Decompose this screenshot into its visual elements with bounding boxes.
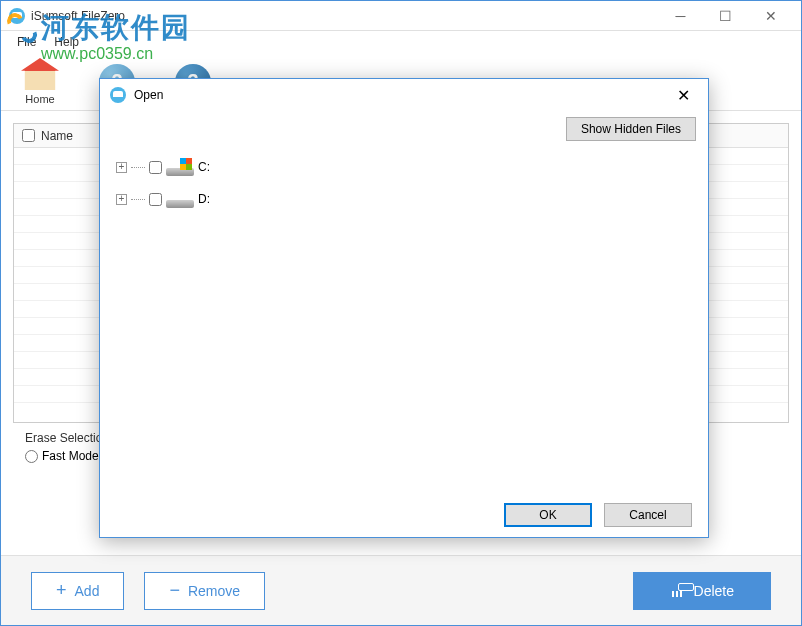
dialog-body: + C: + D: [100, 147, 708, 493]
dialog-toolbar: Show Hidden Files [100, 111, 708, 147]
plus-icon [56, 580, 67, 601]
tree-item-c[interactable]: + C: [116, 155, 692, 179]
drive-icon [166, 158, 194, 176]
select-all-checkbox[interactable] [22, 129, 35, 142]
home-label: Home [25, 93, 54, 105]
cancel-button[interactable]: Cancel [604, 503, 692, 527]
delete-button-label: Delete [694, 583, 734, 599]
menubar: File Help [1, 31, 801, 53]
add-button-label: Add [75, 583, 100, 599]
fast-mode-label: Fast Mode [42, 449, 99, 463]
drive-checkbox[interactable] [149, 193, 162, 206]
titlebar: iSumsoft FileZero ─ ☐ ✕ [1, 1, 801, 31]
home-step[interactable]: Home [21, 58, 59, 105]
tree-connector [131, 199, 145, 200]
bottom-actions: Add Remove Delete [1, 555, 801, 625]
window-title: iSumsoft FileZero [31, 9, 658, 23]
minimize-button[interactable]: ─ [658, 2, 703, 30]
home-icon [21, 58, 59, 90]
remove-button-label: Remove [188, 583, 240, 599]
ok-button[interactable]: OK [504, 503, 592, 527]
tree-item-d[interactable]: + D: [116, 187, 692, 211]
shredder-icon [670, 583, 686, 599]
remove-button[interactable]: Remove [144, 572, 265, 610]
expand-icon[interactable]: + [116, 194, 127, 205]
open-dialog: Open ✕ Show Hidden Files + C: + D: OK Ca… [99, 78, 709, 538]
dialog-close-button[interactable]: ✕ [668, 81, 698, 109]
tree-connector [131, 167, 145, 168]
maximize-button[interactable]: ☐ [703, 2, 748, 30]
minus-icon [169, 580, 180, 601]
show-hidden-files-button[interactable]: Show Hidden Files [566, 117, 696, 141]
delete-button[interactable]: Delete [633, 572, 771, 610]
name-column-header[interactable]: Name [41, 129, 73, 143]
fast-mode-radio[interactable] [25, 450, 38, 463]
drive-label: C: [198, 160, 210, 174]
expand-icon[interactable]: + [116, 162, 127, 173]
close-button[interactable]: ✕ [748, 2, 793, 30]
menu-file[interactable]: File [9, 33, 44, 51]
drive-checkbox[interactable] [149, 161, 162, 174]
menu-help[interactable]: Help [46, 33, 87, 51]
drive-tree: + C: + D: [116, 155, 692, 211]
dialog-title: Open [134, 88, 668, 102]
add-button[interactable]: Add [31, 572, 124, 610]
drive-label: D: [198, 192, 210, 206]
dialog-icon [110, 87, 126, 103]
app-icon [9, 8, 25, 24]
drive-icon [166, 190, 194, 208]
dialog-footer: OK Cancel [100, 493, 708, 537]
dialog-titlebar: Open ✕ [100, 79, 708, 111]
